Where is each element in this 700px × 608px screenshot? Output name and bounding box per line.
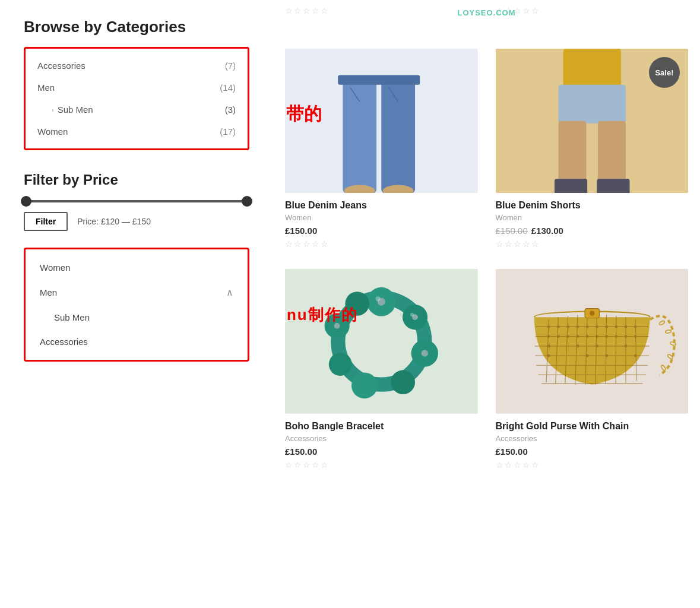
categories-box: Accessories (7) Men (14) › Sub Men (3) W… [24,47,249,150]
sub-men-chevron: › [52,106,54,113]
svg-point-58 [634,325,636,328]
product-title-boho: Boho Bangle Bracelet [285,421,478,432]
svg-rect-10 [558,85,626,124]
svg-rect-1 [343,78,376,194]
watermark: LOYSEO.COM [457,8,515,17]
sidebar: Browse by Categories Accessories (7) Men… [0,0,273,608]
star: ☆ [505,239,512,249]
product-stars-shorts: ☆ ☆ ☆ ☆ ☆ [496,239,689,249]
filter-button[interactable]: Filter [24,212,68,231]
product-card-shorts: Sale! [496,49,689,251]
product-image-purse[interactable] [496,269,689,413]
product-title-purse: Bright Gold Purse With Chain [496,421,689,432]
star: ☆ [321,460,328,470]
purse-svg [496,269,689,413]
iks-item-accessories[interactable]: Accessories [26,330,248,354]
product-category-boho: Accessories [285,434,478,443]
svg-point-71 [595,345,598,348]
original-price-shorts: £150.00 [496,226,528,236]
slider-thumb-right[interactable] [242,196,252,207]
svg-point-29 [376,297,381,302]
svg-point-73 [547,354,550,357]
svg-rect-9 [563,49,620,87]
star-5: ☆ [531,6,539,15]
top-stars-left: ☆ ☆ ☆ ☆ ☆ [285,6,478,19]
star-4: ☆ [522,6,530,15]
svg-point-62 [576,335,579,338]
sale-badge: Sale! [649,57,680,88]
svg-point-55 [605,325,608,328]
star-4: ☆ [312,6,319,15]
svg-point-76 [634,354,636,357]
slider-thumb-left[interactable] [21,196,31,207]
star: ☆ [531,239,539,249]
svg-point-66 [615,335,617,338]
product-category-shorts: Women [496,213,689,222]
product-price-boho: £150.00 [285,446,478,457]
browse-categories-title: Browse by Categories [24,18,249,36]
product-price-shorts: £150.00£130.00 [496,226,689,236]
category-sub-men[interactable]: › Sub Men (3) [26,99,248,121]
product-stars-boho: ☆ ☆ ☆ ☆ ☆ [285,460,478,470]
svg-point-70 [576,345,579,348]
svg-point-27 [422,350,428,357]
category-women-count: (17) [220,126,236,137]
svg-rect-3 [338,75,420,85]
svg-point-30 [410,313,414,316]
star: ☆ [321,239,328,249]
category-women[interactable]: Women (17) [26,121,248,142]
svg-point-60 [557,335,560,338]
category-men[interactable]: Men (14) [26,77,248,99]
product-card-purse: Bright Gold Purse With Chain Accessories… [496,269,689,471]
category-accessories-label: Accessories [37,61,85,71]
svg-point-69 [547,345,550,348]
jeans-svg [285,49,478,193]
iks-men-chevron-up: ∧ [226,287,233,298]
main-content: LOYSEO.COM ☆ ☆ ☆ ☆ ☆ ☆ ☆ ☆ ☆ ☆ [273,0,700,608]
star-2: ☆ [294,6,302,15]
slider-fill [26,200,247,202]
iks-item-men[interactable]: Men ∧ [26,280,248,305]
category-women-label: Women [37,126,68,137]
star: ☆ [531,460,539,470]
price-slider[interactable] [24,200,249,202]
star-3: ☆ [303,6,311,15]
svg-point-52 [576,325,579,328]
star: ☆ [294,239,302,249]
star: ☆ [522,239,530,249]
svg-point-61 [566,335,569,338]
svg-point-74 [585,354,588,357]
svg-point-50 [557,325,560,328]
iks-item-women[interactable]: Women [26,255,248,280]
star: ☆ [285,239,293,249]
star: ☆ [294,460,302,470]
iks-item-sub-men[interactable]: Sub Men [26,305,248,330]
svg-rect-13 [554,179,587,193]
product-image-boho[interactable]: iks menu制作的 [285,269,478,413]
product-image-jeans[interactable]: astra自带的 [285,49,478,193]
star: ☆ [303,239,311,249]
svg-point-56 [615,325,617,328]
product-card-jeans: astra自带的 [285,49,478,251]
category-accessories[interactable]: Accessories (7) [26,55,248,77]
star: ☆ [496,460,503,470]
products-grid: astra自带的 [285,13,688,472]
filter-by-price-title: Filter by Price [24,172,249,188]
category-men-count: (14) [220,83,236,93]
sub-men-label: Sub Men [58,104,93,115]
top-stars-right: ☆ ☆ ☆ ☆ ☆ [496,6,689,19]
svg-point-57 [624,325,627,328]
sub-men-count: (3) [225,104,236,115]
iks-men-label: Men [40,287,57,297]
iks-sub-men-label: Sub Men [54,312,90,322]
svg-point-68 [634,335,636,338]
product-category-purse: Accessories [496,434,689,443]
category-men-label: Men [37,83,55,93]
svg-point-24 [345,292,369,316]
star: ☆ [514,460,521,470]
svg-point-72 [624,345,627,348]
product-price-jeans: £150.00 [285,226,478,236]
product-category-jeans: Women [285,213,478,222]
product-image-shorts[interactable]: Sale! [496,49,689,193]
svg-point-75 [605,354,608,357]
